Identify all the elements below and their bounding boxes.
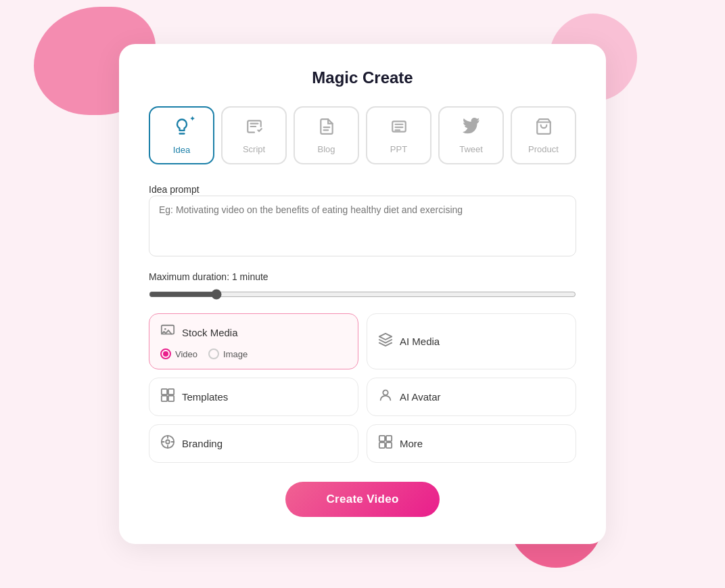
- tab-blog-label: Blog: [317, 144, 335, 154]
- prompt-label: Idea prompt: [149, 184, 200, 195]
- svg-rect-10: [379, 436, 385, 441]
- blog-icon: [318, 118, 335, 140]
- option-ai-media[interactable]: AI Media: [367, 313, 576, 369]
- idea-icon-wrap: ✦: [172, 117, 191, 141]
- duration-slider[interactable]: [149, 289, 576, 300]
- option-more[interactable]: More: [367, 424, 576, 463]
- tab-row: ✦ Idea Script Blog: [149, 106, 576, 164]
- svg-rect-12: [379, 443, 385, 448]
- svg-rect-4: [168, 389, 174, 394]
- radio-video-dot: [160, 348, 171, 359]
- svg-point-9: [166, 440, 170, 444]
- tab-blog[interactable]: Blog: [294, 106, 359, 164]
- ai-media-icon: [378, 332, 393, 350]
- magic-create-card: Magic Create ✦ Idea Scri: [119, 44, 606, 544]
- option-ai-avatar[interactable]: AI Avatar: [367, 378, 576, 416]
- ai-avatar-label: AI Avatar: [400, 391, 441, 403]
- duration-label: Maximum duration: 1 minute: [149, 271, 576, 282]
- svg-rect-13: [386, 443, 392, 448]
- tab-script-label: Script: [243, 144, 265, 154]
- ai-media-label: AI Media: [400, 336, 440, 347]
- stock-media-sub: Video Image: [160, 348, 248, 359]
- radio-video[interactable]: Video: [160, 348, 197, 359]
- stock-media-top: Stock Media: [160, 323, 238, 342]
- ai-avatar-icon: [378, 388, 393, 406]
- sparkle-icon: ✦: [189, 114, 195, 123]
- templates-icon: [160, 388, 175, 406]
- tweet-icon: [463, 118, 480, 140]
- prompt-textarea[interactable]: [149, 196, 576, 256]
- option-branding[interactable]: Branding: [149, 424, 358, 463]
- svg-rect-11: [386, 436, 392, 441]
- svg-point-2: [164, 328, 166, 330]
- radio-video-label: Video: [175, 349, 197, 359]
- tab-ppt[interactable]: PPT: [366, 106, 431, 164]
- tab-product[interactable]: Product: [511, 106, 576, 164]
- stock-media-icon: [160, 323, 175, 342]
- stock-media-label: Stock Media: [182, 327, 238, 338]
- tab-product-label: Product: [528, 144, 559, 154]
- script-icon: [245, 118, 263, 140]
- option-stock-media[interactable]: Stock Media Video Image: [149, 313, 358, 369]
- svg-rect-5: [162, 396, 167, 401]
- radio-image-dot: [208, 348, 219, 359]
- idea-icon: [172, 117, 191, 141]
- radio-image[interactable]: Image: [208, 348, 248, 359]
- tab-tweet-label: Tweet: [459, 144, 483, 154]
- product-icon: [535, 118, 553, 140]
- create-video-button[interactable]: Create Video: [285, 482, 439, 517]
- radio-image-label: Image: [223, 349, 248, 359]
- templates-label: Templates: [182, 391, 228, 403]
- ppt-icon: [390, 118, 408, 140]
- page-title: Magic Create: [149, 68, 576, 87]
- tab-idea-label: Idea: [173, 145, 190, 155]
- option-templates[interactable]: Templates: [149, 378, 358, 416]
- more-icon: [378, 434, 393, 453]
- more-label: More: [400, 438, 423, 449]
- branding-label: Branding: [182, 438, 223, 449]
- tab-idea[interactable]: ✦ Idea: [149, 106, 214, 164]
- tab-tweet[interactable]: Tweet: [438, 106, 504, 164]
- svg-rect-6: [168, 396, 174, 401]
- tab-ppt-label: PPT: [390, 144, 407, 154]
- svg-rect-3: [162, 389, 167, 394]
- tab-script[interactable]: Script: [221, 106, 287, 164]
- options-grid: Stock Media Video Image AI Media: [149, 313, 576, 463]
- svg-point-7: [383, 390, 388, 395]
- branding-icon: [160, 434, 175, 453]
